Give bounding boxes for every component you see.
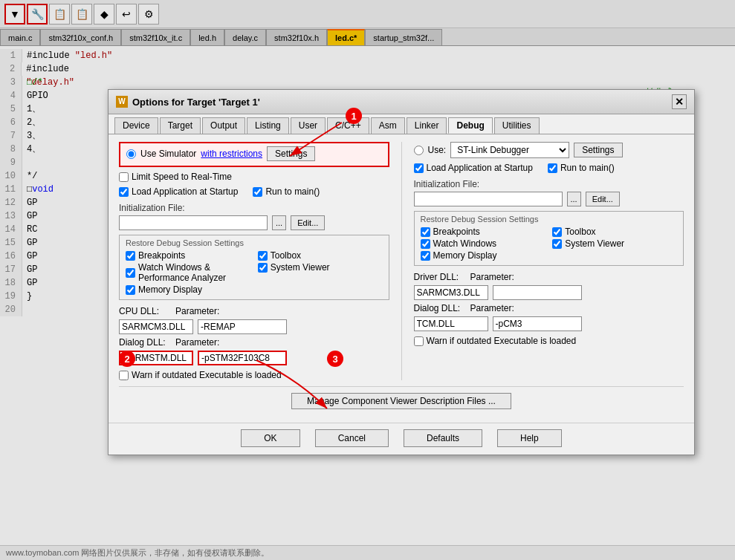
cpu-dll-input[interactable] <box>119 319 193 334</box>
init-file-left-label: Initialization File: <box>119 203 389 213</box>
right-panel: Use: ST-Link Debugger Settings Load Appl… <box>414 142 684 380</box>
use-simulator-row: Use Simulator with restrictions Settings <box>126 146 382 161</box>
watch-windows-left-row: Watch Windows & Performance Analyzer <box>126 262 250 283</box>
driver-dll-param-input[interactable] <box>493 285 582 300</box>
warn-right-label: Warn if outdated Executable is loaded <box>427 336 577 346</box>
breakpoints-left-check[interactable] <box>126 251 135 261</box>
system-viewer-right-check[interactable] <box>552 239 562 249</box>
run-to-main-right-row: Run to main() <box>548 163 615 173</box>
tab-asm[interactable]: Asm <box>371 117 405 134</box>
with-restrictions-link[interactable]: with restrictions <box>201 149 262 159</box>
defaults-button[interactable]: Defaults <box>404 429 482 447</box>
manage-btn-row: Manage Component Viewer Description File… <box>119 386 684 409</box>
dialog-titlebar: W Options for Target 'Target 1' ✕ <box>109 90 694 114</box>
restore-left-group: Restore Debug Session Settings Breakpoin… <box>119 235 389 300</box>
cpu-dll-param-label: Parameter: <box>175 306 219 316</box>
cpu-dll-section: CPU DLL: Parameter: Dialog DLL: Paramete… <box>119 306 389 365</box>
cpu-dll-param-input[interactable] <box>198 319 287 334</box>
warn-left-check[interactable] <box>119 371 129 380</box>
tab-debug[interactable]: Debug <box>448 117 492 134</box>
memory-display-left-check[interactable] <box>126 285 135 295</box>
toolbox-right-row: Toolbox <box>552 227 677 237</box>
toolbox-left-check[interactable] <box>258 251 268 261</box>
driver-dll-param-label: Parameter: <box>470 272 514 282</box>
limit-speed-row: Limit Speed to Real-Time <box>119 172 389 182</box>
ok-button[interactable]: OK <box>241 429 299 447</box>
use-right-label: Use: <box>428 145 447 155</box>
breakpoints-right-row: Breakpoints <box>421 227 545 237</box>
use-right-radio[interactable] <box>414 146 424 155</box>
dialog-dll-right-param-label: Parameter: <box>470 303 514 313</box>
dialog-buttons: OK Cancel Defaults Help <box>109 423 694 455</box>
breakpoints-left-row: Breakpoints <box>126 250 250 261</box>
cpu-dll-header-row: CPU DLL: Parameter: <box>119 306 389 316</box>
run-to-main-right-check[interactable] <box>548 163 557 173</box>
run-to-main-left-row: Run to main() <box>253 186 320 197</box>
system-viewer-left-row: System Viewer <box>258 262 383 273</box>
options-dialog: W Options for Target 'Target 1' ✕ Device… <box>108 89 695 455</box>
right-settings-btn[interactable]: Settings <box>574 143 622 157</box>
cpu-dll-value-row <box>119 319 389 334</box>
restore-right-title: Restore Debug Session Settings <box>421 215 678 224</box>
dialog-dll-right-param-input[interactable] <box>493 316 582 331</box>
run-to-main-left-check[interactable] <box>253 187 262 197</box>
watch-windows-left-check[interactable] <box>126 268 135 278</box>
use-dropdown[interactable]: ST-Link Debugger <box>450 142 569 158</box>
system-viewer-left-check[interactable] <box>258 263 268 273</box>
watch-windows-right-check[interactable] <box>421 239 430 249</box>
init-file-right-input[interactable] <box>414 192 563 206</box>
tab-listing[interactable]: Listing <box>247 117 289 134</box>
help-button[interactable]: Help <box>497 429 562 447</box>
simulator-settings-btn[interactable]: Settings <box>267 146 315 161</box>
tab-cpp[interactable]: C/C++ <box>327 117 369 134</box>
warn-right-row: Warn if outdated Executable is loaded <box>414 336 684 346</box>
load-app-right-check[interactable] <box>414 163 424 173</box>
driver-dll-value-row <box>414 285 684 300</box>
toolbox-left-row: Toolbox <box>258 250 383 261</box>
run-to-main-left-label: Run to main() <box>265 186 320 197</box>
use-simulator-label: Use Simulator <box>140 149 196 159</box>
tab-device[interactable]: Device <box>114 117 158 134</box>
use-simulator-radio[interactable] <box>126 149 136 159</box>
dialog-dll-right-input[interactable] <box>414 316 488 331</box>
driver-dll-section: Driver DLL: Parameter: Dialog DLL: Param… <box>414 272 684 331</box>
init-file-left-row: ... Edit... <box>119 215 389 230</box>
limit-speed-check[interactable] <box>119 172 129 182</box>
load-app-left-check[interactable] <box>119 187 129 197</box>
watch-windows-right-row: Watch Windows <box>421 238 545 249</box>
init-file-left-dots-btn[interactable]: ... <box>272 215 286 230</box>
tab-user[interactable]: User <box>291 117 326 134</box>
load-app-left-label: Load Application at Startup <box>132 186 238 197</box>
restore-left-title: Restore Debug Session Settings <box>126 238 383 247</box>
warn-left-row: Warn if outdated Executable is loaded <box>119 370 389 380</box>
dialog-dll-left-header-row: Dialog DLL: Parameter: <box>119 337 389 348</box>
dialog-dll-left-input[interactable] <box>119 351 193 365</box>
memory-display-right-check[interactable] <box>421 251 430 261</box>
manage-component-btn[interactable]: Manage Component Viewer Description File… <box>291 393 511 409</box>
limit-speed-label: Limit Speed to Real-Time <box>132 172 232 182</box>
cancel-button[interactable]: Cancel <box>315 429 389 447</box>
driver-dll-input[interactable] <box>414 285 488 300</box>
dialog-title: W Options for Target 'Target 1' <box>116 96 260 108</box>
init-file-right-label: Initialization File: <box>414 179 684 189</box>
dialog-dll-left-param-input[interactable] <box>198 351 287 365</box>
toolbox-right-check[interactable] <box>552 227 562 237</box>
warn-right-check[interactable] <box>414 336 424 346</box>
system-viewer-right-row: System Viewer <box>552 238 677 249</box>
tab-output[interactable]: Output <box>202 117 245 134</box>
init-file-right-dots-btn[interactable]: ... <box>567 192 581 206</box>
dialog-close-button[interactable]: ✕ <box>672 94 687 109</box>
dialog-dll-right-value-row <box>414 316 684 331</box>
tab-linker[interactable]: Linker <box>407 117 447 134</box>
init-file-right-edit-btn[interactable]: Edit... <box>586 192 620 206</box>
restore-right-group: Restore Debug Session Settings Breakpoin… <box>414 211 684 266</box>
tab-target[interactable]: Target <box>160 117 201 134</box>
init-file-left-input[interactable] <box>119 215 268 230</box>
driver-dll-label: Driver DLL: <box>414 272 466 282</box>
two-column-layout: Use Simulator with restrictions Settings… <box>119 142 684 380</box>
tab-utilities[interactable]: Utilities <box>494 117 540 134</box>
breakpoints-right-check[interactable] <box>421 227 430 237</box>
dialog-dll-right-header-row: Dialog DLL: Parameter: <box>414 303 684 313</box>
load-app-left-row: Load Application at Startup <box>119 186 238 197</box>
init-file-left-edit-btn[interactable]: Edit... <box>291 215 325 230</box>
